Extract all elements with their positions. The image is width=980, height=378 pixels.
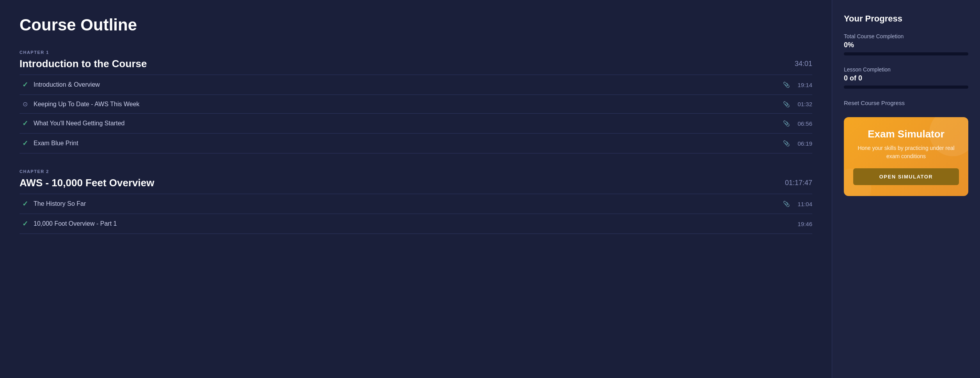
open-simulator-button[interactable]: OPEN SIMULATOR <box>853 168 959 185</box>
chapter-label-2: CHAPTER 2 <box>20 169 812 174</box>
lesson-duration: 06:56 <box>793 120 812 127</box>
chapter-section-1: CHAPTER 1Introduction to the Course34:01… <box>20 50 812 153</box>
list-item[interactable]: ✓What You'll Need Getting Started📎06:56 <box>20 114 812 134</box>
list-item[interactable]: ✓The History So Far📎11:04 <box>20 194 812 214</box>
lesson-title: Keeping Up To Date - AWS This Week <box>34 101 783 108</box>
check-icon: ✓ <box>20 119 30 128</box>
list-item[interactable]: ✓Introduction & Overview📎19:14 <box>20 75 812 95</box>
chapter-duration-2: 01:17:47 <box>785 179 812 187</box>
total-completion-label: Total Course Completion <box>844 33 968 39</box>
list-item[interactable]: ⊙Keeping Up To Date - AWS This Week📎01:3… <box>20 95 812 114</box>
check-icon: ✓ <box>20 200 30 208</box>
lesson-completion-bar <box>844 86 968 89</box>
chapter-title-1: Introduction to the Course <box>20 58 147 70</box>
lesson-title: What You'll Need Getting Started <box>34 120 783 127</box>
lesson-title: The History So Far <box>34 200 783 207</box>
lesson-duration: 19:14 <box>793 82 812 88</box>
lesson-duration: 19:46 <box>793 221 812 227</box>
list-item[interactable]: ✓10,000 Foot Overview - Part 119:46 <box>20 214 812 234</box>
attachment-icon: 📎 <box>783 101 790 107</box>
check-icon: ✓ <box>20 219 30 228</box>
chapter-header-1: Introduction to the Course34:01 <box>20 58 812 75</box>
chapter-duration-1: 34:01 <box>795 60 812 68</box>
chapter-label-1: CHAPTER 1 <box>20 50 812 55</box>
progress-title: Your Progress <box>844 14 968 24</box>
attachment-icon: 📎 <box>783 82 790 88</box>
chapter-title-2: AWS - 10,000 Feet Overview <box>20 177 154 189</box>
reset-course-progress-link[interactable]: Reset Course Progress <box>844 100 968 106</box>
attachment-icon: 📎 <box>783 201 790 207</box>
chapter-header-2: AWS - 10,000 Feet Overview01:17:47 <box>20 177 812 194</box>
lesson-title: Exam Blue Print <box>34 140 783 147</box>
lesson-completion-value: 0 of 0 <box>844 74 968 82</box>
sidebar: Your Progress Total Course Completion 0%… <box>832 0 980 378</box>
lesson-duration: 11:04 <box>793 201 812 207</box>
chapters-container: CHAPTER 1Introduction to the Course34:01… <box>20 50 812 234</box>
lesson-completion-label: Lesson Completion <box>844 66 968 73</box>
exam-simulator-card: Exam Simulator Hone your skills by pract… <box>844 117 968 196</box>
play-circle-icon: ⊙ <box>20 100 30 108</box>
lesson-duration: 01:32 <box>793 101 812 107</box>
chapter-section-2: CHAPTER 2AWS - 10,000 Feet Overview01:17… <box>20 169 812 234</box>
check-icon: ✓ <box>20 139 30 148</box>
attachment-icon: 📎 <box>783 140 790 146</box>
attachment-icon: 📎 <box>783 120 790 127</box>
page-title: Course Outline <box>20 16 812 34</box>
total-completion-value: 0% <box>844 41 968 49</box>
lesson-title: Introduction & Overview <box>34 81 783 88</box>
check-icon: ✓ <box>20 80 30 89</box>
exam-simulator-title: Exam Simulator <box>853 128 959 140</box>
main-content: Course Outline CHAPTER 1Introduction to … <box>0 0 832 378</box>
total-completion-bar <box>844 52 968 55</box>
exam-simulator-description: Hone your skills by practicing under rea… <box>853 144 959 160</box>
list-item[interactable]: ✓Exam Blue Print📎06:19 <box>20 134 812 153</box>
lesson-duration: 06:19 <box>793 140 812 147</box>
lesson-title: 10,000 Foot Overview - Part 1 <box>34 220 793 227</box>
